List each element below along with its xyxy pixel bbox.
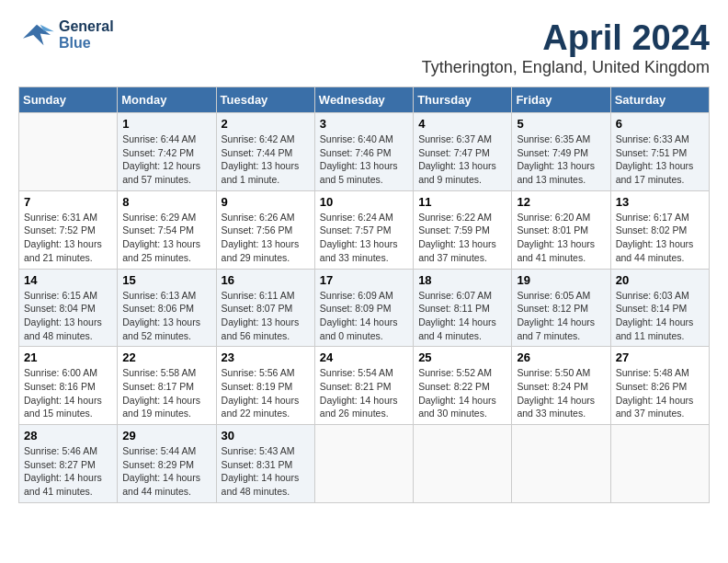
day-number: 18 — [418, 273, 506, 287]
day-number: 7 — [24, 195, 112, 209]
calendar-cell: 13Sunrise: 6:17 AMSunset: 8:02 PMDayligh… — [610, 190, 709, 269]
day-number: 5 — [517, 117, 605, 131]
calendar-cell: 18Sunrise: 6:07 AMSunset: 8:11 PMDayligh… — [414, 269, 512, 347]
day-detail: Sunrise: 6:31 AMSunset: 7:52 PMDaylight:… — [24, 211, 112, 265]
month-year-title: April 2024 — [422, 18, 710, 58]
day-detail: Sunrise: 6:03 AMSunset: 8:14 PMDaylight:… — [616, 289, 704, 343]
day-number: 8 — [122, 195, 210, 209]
day-number: 15 — [122, 273, 210, 287]
day-detail: Sunrise: 6:40 AMSunset: 7:46 PMDaylight:… — [320, 132, 408, 187]
weekday-header-friday: Friday — [512, 87, 610, 113]
day-detail: Sunrise: 6:11 AMSunset: 8:07 PMDaylight:… — [222, 289, 310, 343]
logo-text: General Blue — [59, 18, 114, 52]
day-number: 29 — [122, 429, 210, 442]
day-detail: Sunrise: 6:13 AMSunset: 8:06 PMDaylight:… — [122, 289, 210, 343]
day-number: 16 — [222, 273, 310, 287]
day-number: 12 — [517, 195, 605, 209]
day-number: 21 — [24, 350, 112, 364]
calendar-cell: 22Sunrise: 5:58 AMSunset: 8:17 PMDayligh… — [118, 347, 216, 425]
day-detail: Sunrise: 5:56 AMSunset: 8:19 PMDaylight:… — [222, 366, 310, 420]
day-detail: Sunrise: 6:29 AMSunset: 7:54 PMDaylight:… — [122, 211, 210, 265]
day-number: 19 — [517, 273, 605, 287]
calendar-cell: 28Sunrise: 5:46 AMSunset: 8:27 PMDayligh… — [19, 425, 118, 503]
day-number: 4 — [418, 117, 506, 131]
calendar-cell: 4Sunrise: 6:37 AMSunset: 7:47 PMDaylight… — [414, 113, 512, 191]
weekday-header-monday: Monday — [118, 87, 216, 113]
weekday-header-thursday: Thursday — [414, 87, 512, 113]
day-number: 2 — [222, 117, 310, 131]
day-number: 25 — [418, 350, 506, 364]
day-number: 30 — [222, 429, 310, 442]
logo: General Blue — [18, 18, 114, 52]
day-detail: Sunrise: 6:17 AMSunset: 8:02 PMDaylight:… — [616, 211, 704, 265]
day-detail: Sunrise: 5:52 AMSunset: 8:22 PMDaylight:… — [418, 366, 506, 420]
calendar-header-row: SundayMondayTuesdayWednesdayThursdayFrid… — [19, 87, 710, 113]
day-number: 28 — [24, 429, 112, 442]
day-number: 13 — [616, 195, 704, 209]
calendar-week-row: 21Sunrise: 6:00 AMSunset: 8:16 PMDayligh… — [19, 347, 710, 425]
calendar-cell — [610, 425, 709, 503]
calendar-cell: 16Sunrise: 6:11 AMSunset: 8:07 PMDayligh… — [216, 269, 314, 347]
weekday-header-wednesday: Wednesday — [314, 87, 413, 113]
calendar-week-row: 1Sunrise: 6:44 AMSunset: 7:42 PMDaylight… — [19, 113, 710, 191]
calendar-cell: 10Sunrise: 6:24 AMSunset: 7:57 PMDayligh… — [314, 190, 413, 269]
calendar-cell: 30Sunrise: 5:43 AMSunset: 8:31 PMDayligh… — [216, 425, 314, 503]
day-detail: Sunrise: 6:20 AMSunset: 8:01 PMDaylight:… — [517, 211, 605, 265]
day-number: 6 — [616, 117, 704, 131]
calendar-cell: 29Sunrise: 5:44 AMSunset: 8:29 PMDayligh… — [118, 425, 216, 503]
calendar-cell: 11Sunrise: 6:22 AMSunset: 7:59 PMDayligh… — [414, 190, 512, 269]
day-detail: Sunrise: 6:00 AMSunset: 8:16 PMDaylight:… — [24, 366, 112, 420]
calendar-week-row: 14Sunrise: 6:15 AMSunset: 8:04 PMDayligh… — [19, 269, 710, 347]
day-detail: Sunrise: 6:22 AMSunset: 7:59 PMDaylight:… — [418, 211, 506, 265]
page-header: General Blue April 2024 Tytherington, En… — [18, 18, 710, 77]
logo-icon — [18, 21, 55, 49]
day-number: 1 — [122, 117, 210, 131]
calendar-cell: 17Sunrise: 6:09 AMSunset: 8:09 PMDayligh… — [314, 269, 413, 347]
calendar-cell: 2Sunrise: 6:42 AMSunset: 7:44 PMDaylight… — [216, 113, 314, 191]
day-detail: Sunrise: 6:33 AMSunset: 7:51 PMDaylight:… — [616, 132, 704, 187]
calendar-cell: 23Sunrise: 5:56 AMSunset: 8:19 PMDayligh… — [216, 347, 314, 425]
calendar-cell: 21Sunrise: 6:00 AMSunset: 8:16 PMDayligh… — [19, 347, 118, 425]
calendar-cell — [414, 425, 512, 503]
location-subtitle: Tytherington, England, United Kingdom — [422, 58, 710, 77]
day-detail: Sunrise: 6:26 AMSunset: 7:56 PMDaylight:… — [222, 211, 310, 265]
day-number: 27 — [616, 350, 704, 364]
day-detail: Sunrise: 6:42 AMSunset: 7:44 PMDaylight:… — [222, 132, 310, 187]
day-number: 10 — [320, 195, 408, 209]
day-number: 14 — [24, 273, 112, 287]
day-number: 24 — [320, 350, 408, 364]
day-detail: Sunrise: 6:35 AMSunset: 7:49 PMDaylight:… — [517, 132, 605, 187]
day-detail: Sunrise: 5:44 AMSunset: 8:29 PMDaylight:… — [122, 444, 210, 499]
day-detail: Sunrise: 6:37 AMSunset: 7:47 PMDaylight:… — [418, 132, 506, 187]
calendar-cell: 26Sunrise: 5:50 AMSunset: 8:24 PMDayligh… — [512, 347, 610, 425]
day-detail: Sunrise: 5:54 AMSunset: 8:21 PMDaylight:… — [320, 366, 408, 420]
calendar-cell: 20Sunrise: 6:03 AMSunset: 8:14 PMDayligh… — [610, 269, 709, 347]
calendar-cell: 7Sunrise: 6:31 AMSunset: 7:52 PMDaylight… — [19, 190, 118, 269]
calendar-table: SundayMondayTuesdayWednesdayThursdayFrid… — [18, 86, 710, 503]
calendar-cell: 15Sunrise: 6:13 AMSunset: 8:06 PMDayligh… — [118, 269, 216, 347]
day-detail: Sunrise: 6:15 AMSunset: 8:04 PMDaylight:… — [24, 289, 112, 343]
title-area: April 2024 Tytherington, England, United… — [422, 18, 710, 77]
calendar-cell: 12Sunrise: 6:20 AMSunset: 8:01 PMDayligh… — [512, 190, 610, 269]
calendar-cell: 27Sunrise: 5:48 AMSunset: 8:26 PMDayligh… — [610, 347, 709, 425]
calendar-cell: 14Sunrise: 6:15 AMSunset: 8:04 PMDayligh… — [19, 269, 118, 347]
day-detail: Sunrise: 5:43 AMSunset: 8:31 PMDaylight:… — [222, 444, 310, 499]
weekday-header-saturday: Saturday — [610, 87, 709, 113]
day-detail: Sunrise: 6:07 AMSunset: 8:11 PMDaylight:… — [418, 289, 506, 343]
day-detail: Sunrise: 6:24 AMSunset: 7:57 PMDaylight:… — [320, 211, 408, 265]
day-detail: Sunrise: 6:05 AMSunset: 8:12 PMDaylight:… — [517, 289, 605, 343]
calendar-cell — [314, 425, 413, 503]
calendar-week-row: 7Sunrise: 6:31 AMSunset: 7:52 PMDaylight… — [19, 190, 710, 269]
calendar-cell: 19Sunrise: 6:05 AMSunset: 8:12 PMDayligh… — [512, 269, 610, 347]
day-detail: Sunrise: 5:58 AMSunset: 8:17 PMDaylight:… — [122, 366, 210, 420]
day-number: 3 — [320, 117, 408, 131]
calendar-cell: 25Sunrise: 5:52 AMSunset: 8:22 PMDayligh… — [414, 347, 512, 425]
calendar-cell — [512, 425, 610, 503]
calendar-cell: 24Sunrise: 5:54 AMSunset: 8:21 PMDayligh… — [314, 347, 413, 425]
calendar-cell: 6Sunrise: 6:33 AMSunset: 7:51 PMDaylight… — [610, 113, 709, 191]
day-number: 20 — [616, 273, 704, 287]
calendar-cell — [19, 113, 118, 191]
calendar-cell: 5Sunrise: 6:35 AMSunset: 7:49 PMDaylight… — [512, 113, 610, 191]
calendar-week-row: 28Sunrise: 5:46 AMSunset: 8:27 PMDayligh… — [19, 425, 710, 503]
day-detail: Sunrise: 6:44 AMSunset: 7:42 PMDaylight:… — [122, 132, 210, 187]
